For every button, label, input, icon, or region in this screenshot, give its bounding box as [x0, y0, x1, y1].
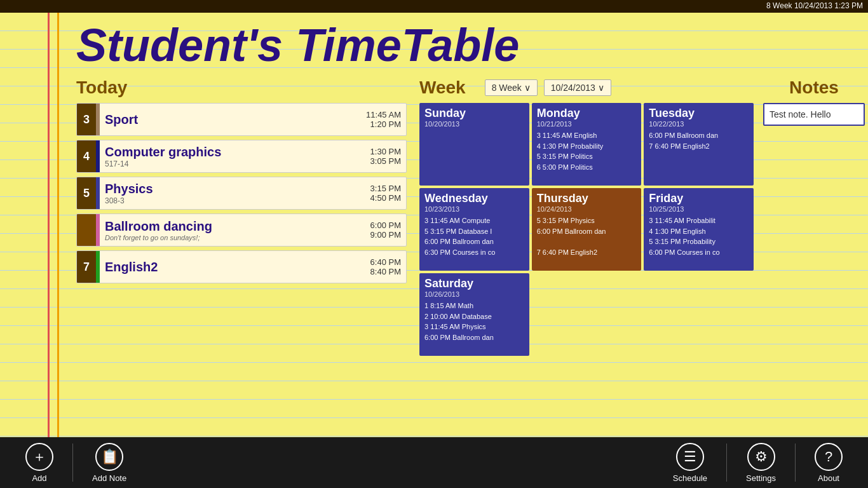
- class-info: Physics308-3: [100, 177, 365, 209]
- add-icon: ＋: [25, 443, 53, 471]
- today-title: Today: [76, 78, 407, 98]
- day-date: 10/20/2013: [424, 120, 524, 128]
- class-item[interactable]: 4Computer graphics517-141:30 PM3:05 PM: [76, 140, 407, 173]
- add-button[interactable]: ＋ Add: [13, 443, 66, 483]
- class-number: 5: [77, 177, 96, 209]
- class-info: Computer graphics517-14: [100, 140, 365, 172]
- divider-1: [72, 444, 73, 482]
- day-cell-sunday[interactable]: Sunday10/20/2013: [419, 103, 529, 186]
- class-name: Computer graphics: [105, 145, 360, 159]
- class-number: [77, 214, 96, 246]
- status-bar: 8 Week 10/24/2013 1:23 PM: [0, 0, 868, 13]
- day-events: 6:00 PM Ballroom dan7 6:40 PM English2: [649, 130, 749, 151]
- note-item[interactable]: Test note. Hello: [763, 103, 865, 126]
- week-section: Week 8 Week ∨ 10/24/2013 ∨ Sunday10/20/2…: [413, 78, 760, 356]
- class-number: 3: [77, 104, 96, 135]
- class-info: Sport: [100, 104, 361, 135]
- about-label: About: [818, 473, 839, 483]
- add-note-label: Add Note: [92, 473, 126, 483]
- day-name: Monday: [537, 107, 637, 120]
- day-cell-wednesday[interactable]: Wednesday10/23/20133 11:45 AM Compute5 3…: [419, 188, 529, 271]
- day-name: Sunday: [424, 107, 524, 120]
- toolbar: ＋ Add 📋 Add Note ☰ Schedule ⚙ Settings ?…: [0, 437, 868, 488]
- day-events: 5 3:15 PM Physics6:00 PM Ballroom dan7 6…: [537, 215, 637, 257]
- day-date: 10/26/2013: [424, 290, 524, 298]
- day-name: Saturday: [424, 277, 524, 290]
- app-title: Student's TimeTable: [0, 13, 868, 78]
- class-item[interactable]: 7English26:40 PM8:40 PM: [76, 250, 407, 283]
- day-date: 10/25/2013: [649, 205, 749, 213]
- day-date: 10/22/2013: [649, 120, 749, 128]
- about-button[interactable]: ? About: [802, 443, 855, 483]
- day-date: 10/23/2013: [424, 205, 524, 213]
- day-date: 10/24/2013: [537, 205, 637, 213]
- day-events: 3 11:45 AM English4 1:30 PM Probability5…: [537, 130, 637, 172]
- status-text: 8 Week 10/24/2013 1:23 PM: [766, 1, 863, 10]
- settings-label: Settings: [746, 473, 776, 483]
- about-icon: ?: [815, 443, 843, 471]
- day-cell-saturday[interactable]: Saturday10/26/20131 8:15 AM Math2 10:00 …: [419, 273, 529, 356]
- class-info: Ballroom dancingDon't forget to go on su…: [100, 214, 365, 246]
- notes-title: Notes: [763, 78, 865, 98]
- day-name: Thursday: [537, 192, 637, 205]
- add-note-icon: 📋: [95, 443, 123, 471]
- class-time: 3:15 PM4:50 PM: [365, 177, 406, 209]
- date-selector[interactable]: 10/24/2013 ∨: [544, 79, 611, 96]
- notes-list: Test note. Hello: [763, 103, 865, 126]
- divider-2: [726, 444, 727, 482]
- main-area: Student's TimeTable Today 3Sport11:45 AM…: [0, 13, 868, 437]
- class-note: Don't forget to go on sundays!;: [105, 234, 360, 241]
- class-number: 7: [77, 251, 96, 283]
- day-cell-friday[interactable]: Friday10/25/20133 11:45 AM Probabilit4 1…: [644, 188, 754, 271]
- day-cell-tuesday[interactable]: Tuesday10/22/20136:00 PM Ballroom dan7 6…: [644, 103, 754, 186]
- add-note-button[interactable]: 📋 Add Note: [79, 443, 139, 483]
- class-number: 4: [77, 140, 96, 172]
- class-time: 6:00 PM9:00 PM: [365, 214, 406, 246]
- week-header: Week 8 Week ∨ 10/24/2013 ∨: [419, 78, 754, 98]
- day-name: Wednesday: [424, 192, 524, 205]
- class-name: Ballroom dancing: [105, 219, 360, 234]
- day-date: 10/21/2013: [537, 120, 637, 128]
- class-info: English2: [100, 251, 365, 283]
- schedule-icon: ☰: [676, 443, 704, 471]
- divider-3: [795, 444, 796, 482]
- class-item[interactable]: 5Physics308-33:15 PM4:50 PM: [76, 177, 407, 210]
- class-room: 517-14: [105, 159, 360, 168]
- calendar-grid: Sunday10/20/2013Monday10/21/20133 11:45 …: [419, 103, 754, 356]
- class-name: Physics: [105, 182, 360, 196]
- class-time: 6:40 PM8:40 PM: [365, 251, 406, 283]
- schedule-label: Schedule: [673, 473, 707, 483]
- settings-button[interactable]: ⚙ Settings: [733, 443, 789, 483]
- class-time: 11:45 AM1:20 PM: [361, 104, 406, 135]
- notes-section: Notes Test note. Hello: [760, 78, 868, 356]
- class-name: English2: [105, 260, 360, 274]
- today-section: Today 3Sport11:45 AM1:20 PM4Computer gra…: [70, 78, 413, 356]
- class-list: 3Sport11:45 AM1:20 PM4Computer graphics5…: [76, 103, 407, 283]
- day-events: 3 11:45 AM Probabilit4 1:30 PM English5 …: [649, 215, 749, 257]
- day-cell-thursday[interactable]: Thursday10/24/20135 3:15 PM Physics6:00 …: [532, 188, 642, 271]
- schedule-button[interactable]: ☰ Schedule: [660, 443, 720, 483]
- week-selector[interactable]: 8 Week ∨: [485, 79, 538, 96]
- day-cell-monday[interactable]: Monday10/21/20133 11:45 AM English4 1:30…: [532, 103, 642, 186]
- content-row: Today 3Sport11:45 AM1:20 PM4Computer gra…: [0, 78, 868, 356]
- class-time: 1:30 PM3:05 PM: [365, 140, 406, 172]
- day-events: 1 8:15 AM Math2 10:00 AM Database3 11:45…: [424, 301, 524, 342]
- toolbar-right: ☰ Schedule ⚙ Settings ? About: [660, 443, 855, 483]
- week-controls: 8 Week ∨ 10/24/2013 ∨: [485, 79, 611, 96]
- settings-icon: ⚙: [747, 443, 775, 471]
- class-item[interactable]: Ballroom dancingDon't forget to go on su…: [76, 214, 407, 247]
- class-room: 308-3: [105, 196, 360, 205]
- class-item[interactable]: 3Sport11:45 AM1:20 PM: [76, 103, 407, 136]
- add-label: Add: [32, 473, 46, 483]
- week-title: Week: [419, 78, 466, 98]
- day-name: Tuesday: [649, 107, 749, 120]
- day-name: Friday: [649, 192, 749, 205]
- class-name: Sport: [105, 112, 356, 127]
- day-events: 3 11:45 AM Compute5 3:15 PM Database I6:…: [424, 215, 524, 257]
